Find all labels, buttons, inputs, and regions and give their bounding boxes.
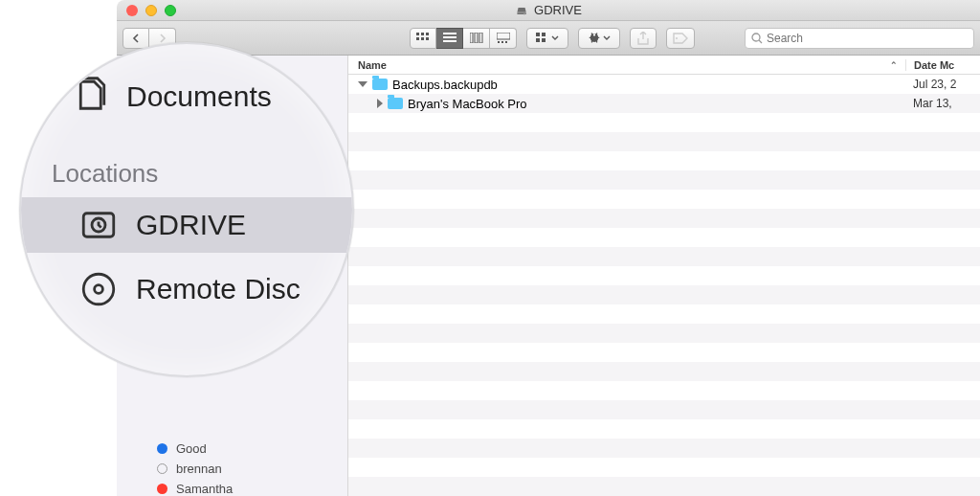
- minimize-button[interactable]: [145, 5, 157, 16]
- svg-rect-4: [421, 37, 424, 40]
- empty-row: [348, 285, 980, 304]
- empty-row: [348, 477, 980, 496]
- file-list: Backups.backupdb Jul 23, 2 Bryan's MacBo…: [348, 75, 980, 496]
- sidebar-item-label: GDRIVE: [136, 209, 246, 241]
- tag-dot-icon: [157, 463, 167, 474]
- tag-brennan[interactable]: brennan: [157, 459, 347, 479]
- disc-icon: [78, 269, 119, 309]
- svg-point-20: [676, 37, 678, 39]
- disclosure-triangle-icon[interactable]: [358, 81, 368, 87]
- table-row[interactable]: Backups.backupdb Jul 23, 2: [348, 75, 980, 94]
- svg-rect-10: [475, 33, 478, 43]
- magnifier-overlay: Documents Locations GDRIVE Remote Disc: [19, 42, 354, 377]
- column-view-button[interactable]: [463, 28, 490, 49]
- disclosure-triangle-icon[interactable]: [377, 99, 383, 108]
- tag-label: Samantha: [176, 482, 233, 496]
- empty-row: [348, 324, 980, 343]
- file-name: Backups.backupdb: [392, 78, 498, 92]
- empty-row: [348, 362, 980, 381]
- search-input[interactable]: [767, 32, 968, 45]
- zoom-button[interactable]: [165, 5, 176, 16]
- svg-line-22: [759, 40, 762, 43]
- icon-view-button[interactable]: [410, 28, 436, 49]
- svg-rect-12: [497, 33, 510, 39]
- svg-rect-6: [443, 33, 457, 34]
- svg-rect-15: [505, 41, 507, 43]
- svg-rect-1: [421, 33, 424, 35]
- titlebar: GDRIVE: [117, 0, 980, 21]
- svg-rect-3: [416, 37, 419, 40]
- svg-rect-16: [536, 33, 540, 36]
- back-button[interactable]: [122, 28, 149, 49]
- sidebar-item-label: Documents: [126, 80, 272, 113]
- svg-point-25: [83, 274, 114, 304]
- window-title: GDRIVE: [515, 3, 582, 17]
- empty-row: [348, 419, 980, 439]
- sidebar-item-label: Remote Disc: [136, 273, 301, 305]
- svg-rect-17: [542, 33, 546, 36]
- tag-label: brennan: [176, 462, 222, 476]
- action-menu-button[interactable]: [578, 28, 620, 49]
- tag-good[interactable]: Good: [157, 439, 347, 459]
- search-field[interactable]: [745, 28, 974, 49]
- file-name: Bryan's MacBook Pro: [408, 97, 527, 111]
- tags-button[interactable]: [666, 28, 695, 49]
- tag-dot-icon: [157, 443, 167, 454]
- svg-rect-7: [443, 36, 457, 38]
- column-name[interactable]: Name ⌃: [348, 59, 905, 71]
- column-date[interactable]: Date Mc: [905, 59, 980, 71]
- group-by-button[interactable]: [526, 28, 568, 49]
- empty-row: [348, 439, 980, 458]
- sidebar-item-remote-disc[interactable]: Remote Disc: [78, 262, 352, 316]
- sidebar-heading-locations: Locations: [52, 159, 158, 189]
- svg-rect-9: [470, 33, 473, 43]
- svg-rect-14: [501, 41, 503, 43]
- documents-icon: [69, 77, 109, 117]
- column-name-label: Name: [358, 59, 387, 71]
- time-machine-drive-icon: [78, 205, 119, 245]
- file-pane: Name ⌃ Date Mc Backups.backupdb Jul 23, …: [348, 56, 980, 496]
- folder-icon: [372, 79, 388, 90]
- tag-label: Good: [176, 441, 207, 456]
- empty-row: [348, 170, 980, 190]
- list-view-button[interactable]: [436, 28, 463, 49]
- sidebar-tags: Good brennan Samantha: [117, 439, 347, 496]
- svg-rect-2: [426, 33, 429, 35]
- empty-row: [348, 228, 980, 247]
- column-date-label: Date Mc: [914, 59, 954, 71]
- sidebar-item-gdrive[interactable]: GDRIVE: [21, 197, 352, 253]
- file-date: Jul 23, 2: [905, 78, 980, 91]
- tag-samantha[interactable]: Samantha: [157, 479, 347, 496]
- drive-icon: [515, 4, 528, 17]
- svg-rect-18: [536, 38, 540, 42]
- share-button[interactable]: [630, 28, 657, 49]
- column-headers: Name ⌃ Date Mc: [348, 56, 980, 75]
- svg-point-21: [752, 34, 760, 41]
- folder-icon: [388, 98, 403, 109]
- svg-rect-8: [443, 40, 457, 42]
- gallery-view-button[interactable]: [490, 28, 517, 49]
- view-mode-group: [410, 28, 517, 49]
- close-button[interactable]: [126, 5, 138, 16]
- empty-row: [348, 381, 980, 400]
- table-row[interactable]: Bryan's MacBook Pro Mar 13,: [348, 94, 980, 113]
- empty-row: [348, 209, 980, 228]
- empty-row: [348, 400, 980, 419]
- svg-rect-11: [479, 33, 482, 43]
- svg-rect-19: [542, 38, 546, 42]
- window-title-text: GDRIVE: [534, 3, 582, 17]
- svg-point-26: [95, 285, 103, 294]
- svg-rect-13: [498, 41, 500, 43]
- window-controls: [126, 5, 176, 16]
- empty-row: [348, 458, 980, 477]
- svg-rect-5: [426, 37, 429, 40]
- empty-row: [348, 247, 980, 266]
- svg-rect-0: [416, 33, 419, 35]
- empty-row: [348, 190, 980, 209]
- search-icon: [751, 33, 763, 44]
- empty-row: [348, 113, 980, 132]
- empty-row: [348, 266, 980, 285]
- empty-row: [348, 343, 980, 362]
- empty-row: [348, 132, 980, 151]
- tag-dot-icon: [157, 484, 167, 494]
